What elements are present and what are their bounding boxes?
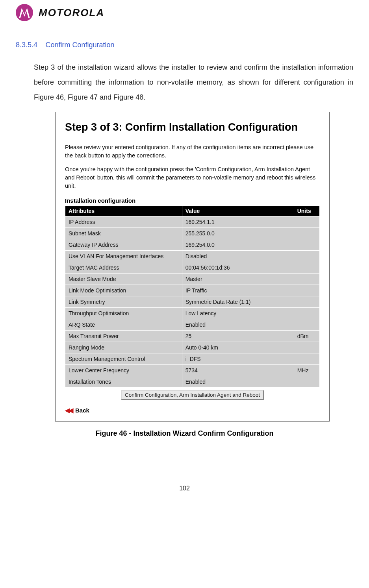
back-arrow-icon: ◀◀	[65, 407, 72, 414]
cell-attribute: Installation Tones	[65, 376, 182, 387]
table-row: IP Address169.254.1.1	[65, 216, 319, 227]
table-row: Subnet Mask255.255.0.0	[65, 228, 319, 239]
config-subheading: Installation configuration	[65, 197, 320, 204]
wizard-intro-2: Once you're happy with the configuration…	[65, 165, 320, 190]
cell-attribute: Link Symmetry	[65, 296, 182, 307]
cell-value: 169.254.0.0	[182, 239, 294, 250]
cell-value: IP Traffic	[182, 285, 294, 296]
cell-units	[294, 353, 319, 364]
brand-header: MOTOROLA	[16, 4, 353, 21]
cell-units	[294, 239, 319, 250]
cell-units	[294, 228, 319, 239]
config-table: Attributes Value Units IP Address169.254…	[65, 205, 320, 403]
cell-units	[294, 216, 319, 227]
cell-value: Master	[182, 274, 294, 285]
cell-attribute: Gateway IP Address	[65, 239, 182, 250]
cell-units	[294, 376, 319, 387]
cell-value: Low Latency	[182, 308, 294, 319]
cell-value: 169.254.1.1	[182, 216, 294, 227]
col-units: Units	[294, 206, 319, 216]
cell-value: Enabled	[182, 319, 294, 330]
table-row: Link SymmetrySymmetric Data Rate (1:1)	[65, 296, 319, 307]
motorola-logo-icon	[16, 4, 33, 21]
table-row: Throughput OptimisationLow Latency	[65, 308, 319, 319]
table-row: Lower Center Frequency5734MHz	[65, 365, 319, 376]
cell-units	[294, 342, 319, 353]
col-value: Value	[182, 206, 294, 216]
figure-frame: Step 3 of 3: Confirm Installation Config…	[55, 112, 330, 422]
cell-attribute: Throughput Optimisation	[65, 308, 182, 319]
table-row: Master Slave ModeMaster	[65, 274, 319, 285]
cell-attribute: ARQ State	[65, 319, 182, 330]
table-row: Ranging ModeAuto 0-40 km	[65, 342, 319, 353]
section-number: 8.3.5.4	[16, 41, 37, 49]
cell-attribute: Target MAC Address	[65, 262, 182, 273]
cell-units	[294, 251, 319, 262]
cell-attribute: Max Transmit Power	[65, 331, 182, 342]
cell-value: Disabled	[182, 251, 294, 262]
cell-attribute: Spectrum Management Control	[65, 353, 182, 364]
cell-attribute: Link Mode Optimisation	[65, 285, 182, 296]
table-row: Gateway IP Address169.254.0.0	[65, 239, 319, 250]
cell-attribute: Use VLAN For Management Interfaces	[65, 251, 182, 262]
cell-value: Symmetric Data Rate (1:1)	[182, 296, 294, 307]
cell-attribute: Lower Center Frequency	[65, 365, 182, 376]
cell-attribute: Master Slave Mode	[65, 274, 182, 285]
wizard-intro-1: Please review your entered configuration…	[65, 143, 320, 160]
cell-units	[294, 262, 319, 273]
cell-attribute: Ranging Mode	[65, 342, 182, 353]
cell-value: i_DFS	[182, 353, 294, 364]
page-number: 102	[16, 485, 353, 492]
table-row: Target MAC Address00:04:56:00:1d:36	[65, 262, 319, 273]
section-heading: 8.3.5.4 Confirm Configuration	[16, 41, 353, 49]
cell-units: MHz	[294, 365, 319, 376]
table-row: ARQ StateEnabled	[65, 319, 319, 330]
cell-units	[294, 285, 319, 296]
back-link[interactable]: ◀◀ Back	[65, 407, 320, 414]
table-row: Link Mode OptimisationIP Traffic	[65, 285, 319, 296]
table-row: Spectrum Management Controli_DFS	[65, 353, 319, 364]
col-attributes: Attributes	[65, 206, 182, 216]
wizard-step-title: Step 3 of 3: Confirm Installation Config…	[65, 120, 320, 134]
cell-units: dBm	[294, 331, 319, 342]
cell-units	[294, 296, 319, 307]
cell-value: 00:04:56:00:1d:36	[182, 262, 294, 273]
cell-units	[294, 308, 319, 319]
cell-attribute: IP Address	[65, 216, 182, 227]
cell-value: 5734	[182, 365, 294, 376]
cell-value: Auto 0-40 km	[182, 342, 294, 353]
confirm-reboot-button[interactable]: Confirm Configuration, Arm Installation …	[121, 390, 264, 400]
table-row: Use VLAN For Management InterfacesDisabl…	[65, 251, 319, 262]
cell-units	[294, 274, 319, 285]
cell-attribute: Subnet Mask	[65, 228, 182, 239]
confirm-button-row: Confirm Configuration, Arm Installation …	[65, 388, 319, 402]
table-header-row: Attributes Value Units	[65, 206, 319, 216]
table-row: Max Transmit Power25dBm	[65, 331, 319, 342]
back-label: Back	[75, 407, 89, 414]
cell-value: 25	[182, 331, 294, 342]
cell-units	[294, 319, 319, 330]
body-paragraph: Step 3 of the installation wizard allows…	[34, 60, 353, 105]
brand-wordmark: MOTOROLA	[39, 7, 104, 19]
section-title: Confirm Configuration	[46, 41, 115, 49]
cell-value: 255.255.0.0	[182, 228, 294, 239]
cell-value: Enabled	[182, 376, 294, 387]
table-row: Installation TonesEnabled	[65, 376, 319, 387]
figure-caption: Figure 46 - Installation Wizard Confirm …	[16, 429, 353, 438]
